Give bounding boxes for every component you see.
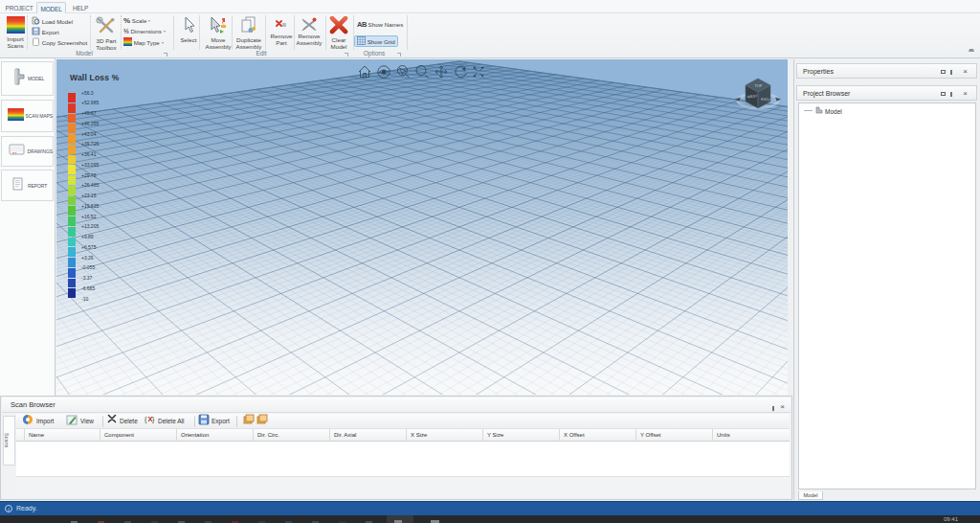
svg-text:TOP: TOP (755, 84, 763, 88)
svg-text:{: { (145, 416, 147, 423)
svg-text:}: } (152, 416, 155, 423)
